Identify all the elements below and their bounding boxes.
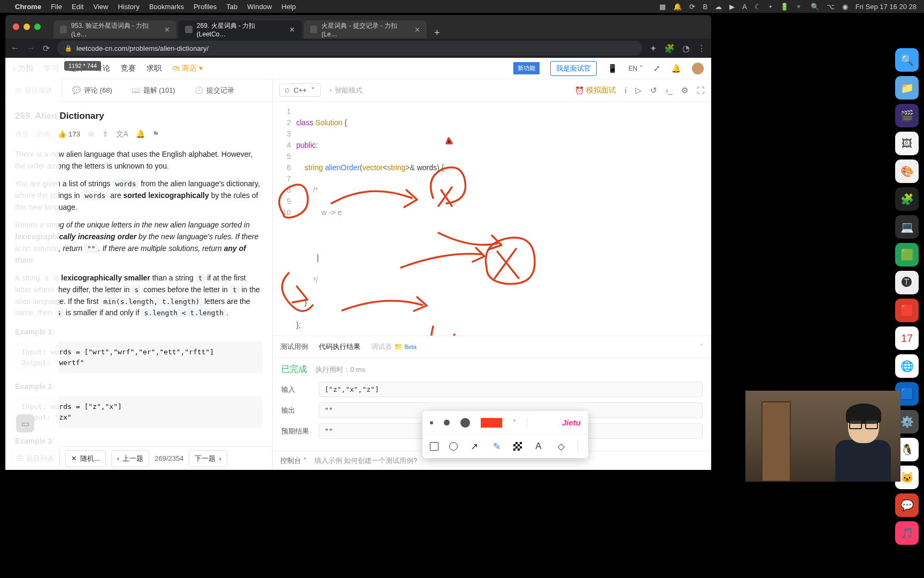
menubar-clock[interactable]: Fri Sep 17 16 20 28 <box>856 3 917 11</box>
dock-app-icon[interactable]: 🟩 <box>895 243 919 267</box>
chevron-down-icon[interactable]: ˅ <box>513 419 516 427</box>
browser-menu-icon[interactable]: ⋮ <box>697 43 706 54</box>
close-tab-icon[interactable]: ✕ <box>164 26 170 34</box>
mock-interview-button[interactable]: 模拟面试 <box>575 86 616 95</box>
menubar-view[interactable]: View <box>93 3 108 11</box>
console-hint[interactable]: 填入示例 如何创建一个测试用例? <box>314 456 418 466</box>
tab-submissions[interactable]: 🕘提交记录 <box>185 79 244 101</box>
share-icon[interactable]: ⇪ <box>102 128 109 140</box>
device-icon[interactable]: 📱 <box>607 64 618 73</box>
input-value[interactable]: ["z","x","z"] <box>319 382 703 397</box>
translate-icon[interactable]: 文A <box>116 128 128 140</box>
next-button[interactable]: 下一题› <box>189 450 227 467</box>
floating-feedback-button[interactable]: ▭ <box>16 414 34 432</box>
color-swatch[interactable] <box>481 418 502 428</box>
tab-solutions[interactable]: 📖题解 (101) <box>122 79 185 101</box>
tab-debugger[interactable]: 调试器 📁 Beta <box>371 342 417 352</box>
browser-tab[interactable]: 269. 火星词典 - 力扣 (LeetCo…✕ <box>179 20 302 39</box>
code-area[interactable]: class Solution { public: string alienOrd… <box>296 102 711 336</box>
moon-icon[interactable]: ☾ <box>754 3 761 11</box>
tab-comments[interactable]: 💬评论 (68) <box>63 79 122 101</box>
back-button[interactable]: ← <box>11 43 19 53</box>
address-bar[interactable]: 🔒 leetcode-cn.com/problems/alien-diction… <box>57 41 642 56</box>
code-editor[interactable]: 12345678910 class Solution { public: str… <box>273 102 711 336</box>
dock-app-icon[interactable]: 🎬 <box>895 104 919 127</box>
menubar-help[interactable]: Help <box>282 3 296 11</box>
dock-finder-icon[interactable]: 🔍 <box>895 48 919 72</box>
star-icon[interactable]: ☆ <box>88 128 95 140</box>
site-logo[interactable]: 力扣 <box>13 63 33 74</box>
tab-description[interactable]: ▤题目描述 <box>5 79 63 101</box>
close-window-icon[interactable] <box>13 24 19 30</box>
nav-shop[interactable]: 商店 ▾ <box>172 64 203 73</box>
settings-icon[interactable]: ⚙ <box>681 86 688 95</box>
lang-switch[interactable]: EN ˅ <box>628 65 643 72</box>
problem-list-button[interactable]: ☰题目列表 <box>11 450 60 467</box>
dock-app-icon[interactable]: 🟥 <box>895 299 919 322</box>
maximize-window-icon[interactable] <box>34 24 41 30</box>
tab-execresult[interactable]: 代码执行结果 <box>319 342 360 352</box>
smart-mode-toggle[interactable]: 智能模式 <box>329 86 363 95</box>
more-icon[interactable]: ›_ <box>666 86 673 95</box>
menubar-profiles[interactable]: Profiles <box>194 3 217 11</box>
forward-button[interactable]: → <box>27 43 35 53</box>
collapse-icon[interactable]: ˅ <box>700 343 704 351</box>
random-button[interactable]: ✕随机... <box>65 450 106 467</box>
menubar-file[interactable]: File <box>51 3 62 11</box>
battery-icon[interactable]: 🔋 <box>780 3 789 11</box>
dock-app-icon[interactable]: 🧩 <box>895 187 919 211</box>
brush-size-small[interactable] <box>430 421 433 424</box>
siri-icon[interactable]: ◉ <box>842 3 848 11</box>
status-icon[interactable]: ▦ <box>659 3 666 11</box>
interviewer-button[interactable]: 我是面试官 <box>550 61 597 76</box>
status-icon[interactable]: B <box>703 3 707 11</box>
browser-tab[interactable]: 火星词典 - 提交记录 - 力扣 (Le…✕ <box>304 20 427 39</box>
wifi-icon[interactable]: ᯤ <box>796 3 803 11</box>
notify-icon[interactable]: 🔔 <box>136 128 145 140</box>
minimize-window-icon[interactable] <box>24 24 30 30</box>
menubar-tab[interactable]: Tab <box>226 3 237 11</box>
brush-size-medium[interactable] <box>444 420 450 425</box>
close-tab-icon[interactable]: ✕ <box>289 26 295 34</box>
search-icon[interactable]: 🔍 <box>811 3 819 11</box>
jietu-toolbar[interactable]: ˅ Jietu ↗ ✎ A ◇ <box>422 411 588 458</box>
text-tool-icon[interactable]: A <box>533 440 544 452</box>
like-button[interactable]: 👍173 <box>58 129 80 140</box>
mosaic-tool-icon[interactable] <box>513 442 522 451</box>
bell-icon[interactable]: 🔔 <box>671 64 681 73</box>
tag-tool-icon[interactable]: ◇ <box>555 440 567 452</box>
fullscreen-icon[interactable]: ⛶ <box>697 86 705 95</box>
close-tab-icon[interactable]: ✕ <box>414 26 420 34</box>
dock-app-icon[interactable]: 💬 <box>895 493 919 517</box>
dock-app-icon[interactable]: 🖼 <box>895 132 919 155</box>
menubar-window[interactable]: Window <box>247 3 272 11</box>
arrow-tool-icon[interactable]: ↗ <box>468 440 480 452</box>
browser-tab[interactable]: 953. 验证外星语词典 - 力扣 (Le…✕ <box>53 20 176 39</box>
rect-tool-icon[interactable] <box>430 442 438 451</box>
nav-jobs[interactable]: 求职 <box>147 64 161 73</box>
extension-puzzle-icon[interactable]: 🧩 <box>664 43 675 54</box>
extensions-icon[interactable]: ✦ <box>650 43 657 54</box>
menubar-app[interactable]: Chrome <box>15 3 41 11</box>
menubar-history[interactable]: History <box>118 3 139 11</box>
dock-app-icon[interactable]: 💻 <box>895 215 919 239</box>
language-select[interactable]: C++˅ <box>279 83 321 97</box>
status-icon[interactable]: ⟳ <box>689 3 695 11</box>
menubar-edit[interactable]: Edit <box>72 3 83 11</box>
pen-tool-icon[interactable]: ✎ <box>491 440 503 452</box>
nav-contest[interactable]: 竞赛 <box>121 64 136 73</box>
run-icon[interactable]: ▷ <box>635 86 642 95</box>
feedback-icon[interactable]: ⚑ <box>152 128 159 140</box>
status-icon[interactable]: 🔔 <box>673 3 682 11</box>
control-center-icon[interactable]: ⌥ <box>827 3 835 11</box>
prev-button[interactable]: ‹上一题 <box>111 450 149 467</box>
new-tab-button[interactable]: + <box>429 27 445 39</box>
user-avatar[interactable] <box>692 63 704 74</box>
reset-icon[interactable]: ↺ <box>650 86 657 95</box>
dock-app-icon[interactable]: 📁 <box>895 76 919 100</box>
reload-button[interactable]: ⟳ <box>43 43 50 54</box>
dock-music-icon[interactable]: 🎵 <box>895 521 919 545</box>
expand-icon[interactable]: ⤢ <box>653 64 660 73</box>
dock-chrome-icon[interactable]: 🌐 <box>895 354 919 378</box>
status-icon[interactable]: ▶︎ <box>729 3 735 11</box>
